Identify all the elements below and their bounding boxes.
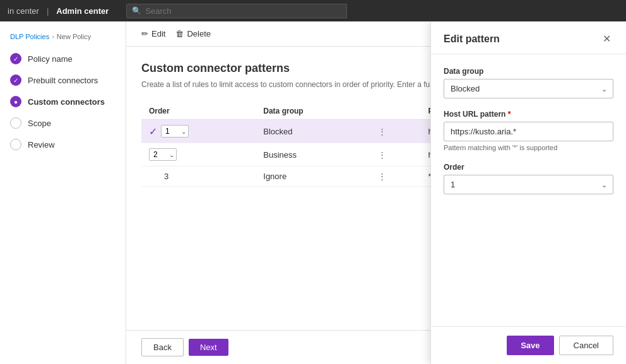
edit-pattern-panel: Edit pattern ✕ Data group Blocked Busine… [430,21,626,364]
search-input[interactable] [145,6,341,16]
panel-header: Edit pattern ✕ [431,21,626,54]
row1-actions[interactable]: ⋮ [370,120,420,143]
nav-dot-scope [10,117,21,129]
row1-datagroup: Blocked [256,120,370,143]
panel-cancel-button[interactable]: Cancel [559,336,613,355]
panel-save-button[interactable]: Save [507,336,553,355]
nav-dot-review [10,139,21,150]
edit-button-label: Edit [151,29,165,38]
row1-order-select-wrap[interactable]: 1 2 3 [161,125,189,138]
breadcrumb-sep: › [52,33,54,40]
row1-selected-check: ✓ [149,126,157,138]
row2-context-menu-icon[interactable]: ⋮ [378,150,387,160]
breadcrumb-parent-link[interactable]: DLP Policies [10,33,49,40]
row3-order-cell: 3 [141,167,256,187]
row2-datagroup: Business [256,143,370,167]
app-context-part2: Admin center [56,6,109,16]
breadcrumb: DLP Policies › New Policy [0,29,126,48]
nav-dot-custom-connectors: ● [10,96,21,107]
sidebar-label-review: Review [28,140,55,150]
host-url-required: * [508,110,511,119]
sidebar-item-scope[interactable]: Scope [0,112,126,134]
sidebar-item-prebuilt-connectors[interactable]: ✓ Prebuilt connectors [0,69,126,91]
col-header-actions [370,103,420,120]
sidebar: DLP Policies › New Policy ✓ Policy name … [0,21,126,364]
row1-order-select[interactable]: 1 2 3 [161,125,189,138]
edit-icon: ✏ [141,29,148,38]
order-select-wrap[interactable]: 1 2 3 [444,175,613,194]
row1-context-menu-icon[interactable]: ⋮ [378,127,387,136]
back-button[interactable]: Back [141,338,184,356]
host-url-label: Host URL pattern * [444,110,613,119]
data-group-label: Data group [444,67,613,76]
topbar-separator: | [47,6,49,16]
order-select[interactable]: 1 2 3 [444,175,613,194]
sidebar-item-policy-name[interactable]: ✓ Policy name [0,48,126,69]
host-url-field: Host URL pattern * Pattern matching with… [444,110,613,151]
delete-button-label: Delete [187,29,211,38]
row2-order-select[interactable]: 1 2 3 [149,148,177,161]
order-label: Order [444,163,613,172]
search-icon: 🔍 [132,6,141,15]
breadcrumb-current: New Policy [57,33,91,40]
next-button[interactable]: Next [189,339,228,356]
sidebar-label-policy-name: Policy name [28,54,73,64]
main-layout: DLP Policies › New Policy ✓ Policy name … [0,21,626,364]
panel-body: Data group Blocked Business Ignore Host … [431,54,626,326]
search-box[interactable]: 🔍 [126,4,347,18]
nav-dot-policy-name: ✓ [10,53,21,64]
order-field: Order 1 2 3 [444,163,613,194]
row3-datagroup: Ignore [256,167,370,187]
sidebar-label-prebuilt-connectors: Prebuilt connectors [28,76,98,85]
content-area: ✏ Edit 🗑 Delete Custom connector pattern… [126,21,626,364]
row2-actions[interactable]: ⋮ [370,143,420,167]
data-group-select[interactable]: Blocked Business Ignore [444,79,613,98]
row2-order-cell: 1 2 3 [141,143,256,167]
row3-context-menu-icon[interactable]: ⋮ [378,172,387,181]
app-context-part1: in center [8,6,39,16]
host-url-input[interactable] [444,122,613,141]
sidebar-label-scope: Scope [28,119,51,128]
sidebar-label-custom-connectors: Custom connectors [28,97,105,107]
col-header-order: Order [141,103,256,120]
panel-title: Edit pattern [444,33,500,45]
top-navigation-bar: in center | Admin center 🔍 [0,0,626,21]
row1-order-cell: ✓ 1 2 3 [141,120,256,143]
panel-close-button[interactable]: ✕ [600,32,613,46]
data-group-field: Data group Blocked Business Ignore [444,67,613,98]
row2-order-select-wrap[interactable]: 1 2 3 [149,148,177,161]
col-header-datagroup: Data group [256,103,370,120]
data-group-select-wrap[interactable]: Blocked Business Ignore [444,79,613,98]
row3-order-static: 3 [149,172,168,181]
sidebar-item-custom-connectors[interactable]: ● Custom connectors [0,91,126,112]
nav-dot-prebuilt-connectors: ✓ [10,74,21,86]
host-url-hint: Pattern matching with '*' is supported [444,144,613,151]
panel-footer: Save Cancel [431,326,626,364]
edit-button[interactable]: ✏ Edit [141,29,165,38]
row3-actions[interactable]: ⋮ [370,167,420,187]
sidebar-item-review[interactable]: Review [0,134,126,155]
delete-icon: 🗑 [175,29,184,38]
delete-button[interactable]: 🗑 Delete [175,29,211,38]
